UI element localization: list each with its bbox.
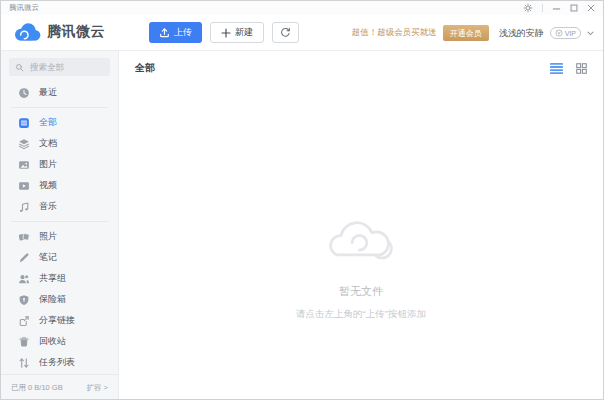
window-controls: [523, 3, 595, 13]
main-content: 全部 暂无文件 请点击左上角的“上传”按钮添加: [119, 51, 603, 400]
close-button[interactable]: [587, 4, 595, 12]
app-window: 腾讯微云 腾讯微云 上传 新建 超值！: [0, 0, 604, 400]
sidebar-divider: [11, 107, 108, 108]
sidebar-item-safebox[interactable]: 保险箱: [1, 289, 118, 310]
search-input[interactable]: [28, 61, 104, 73]
content-title: 全部: [135, 61, 155, 75]
sidebar-divider: [11, 221, 108, 222]
vip-badge[interactable]: VIP: [550, 27, 581, 39]
image-icon: [18, 159, 30, 171]
storage-used-text: 已用 0 B/10 GB: [11, 383, 63, 393]
grid-view-icon[interactable]: [576, 63, 587, 74]
new-button[interactable]: 新建: [210, 22, 264, 43]
sidebar-item-task-list[interactable]: 任务列表: [1, 352, 118, 373]
logo-text: 腾讯微云: [47, 23, 105, 41]
list-view-icon[interactable]: [550, 63, 563, 74]
search-icon: [15, 63, 24, 72]
promo-text[interactable]: 超值！超级会员买就送: [352, 27, 437, 39]
app-logo: 腾讯微云: [12, 22, 105, 42]
toolbar: 上传 新建: [149, 22, 299, 43]
sidebar-item-recent[interactable]: 最近: [1, 82, 118, 103]
storage-bar: 已用 0 B/10 GB 扩容 >: [1, 374, 118, 400]
sidebar-item-photos[interactable]: 照片: [1, 226, 118, 247]
sort-icon: [18, 357, 30, 369]
content-header: 全部: [119, 51, 603, 75]
settings-gear-icon[interactable]: [523, 3, 533, 13]
trash-icon: [18, 336, 30, 348]
sidebar-item-docs[interactable]: 文档: [1, 133, 118, 154]
open-membership-button[interactable]: 开通会员: [443, 25, 489, 41]
sidebar-item-pictures[interactable]: 图片: [1, 154, 118, 175]
view-toggles: [550, 63, 587, 74]
account-area: 超值！超级会员买就送 开通会员 浅浅的安静 VIP: [352, 15, 594, 51]
sidebar-item-all[interactable]: 全部: [1, 112, 118, 133]
sidebar-item-notes[interactable]: 笔记: [1, 247, 118, 268]
upload-icon: [159, 27, 170, 38]
refresh-icon: [280, 27, 291, 38]
empty-cloud-icon: [319, 206, 403, 268]
window-title: 腾讯微云: [9, 3, 39, 13]
new-button-label: 新建: [235, 26, 253, 39]
sidebar-item-share-links[interactable]: 分享链接: [1, 310, 118, 331]
app-body: 最近 全部 文档 图片 视频 音乐 照片 笔记 共享组 保险箱 分享链接 回收站…: [1, 51, 603, 400]
empty-state-title: 暂无文件: [339, 284, 383, 299]
refresh-button[interactable]: [272, 22, 299, 43]
clock-icon: [18, 87, 30, 99]
sidebar-nav: 最近 全部 文档 图片 视频 音乐 照片 笔记 共享组 保险箱 分享链接 回收站…: [1, 80, 118, 373]
pen-icon: [18, 252, 30, 264]
search-box: [9, 58, 110, 76]
username[interactable]: 浅浅的安静: [499, 27, 544, 40]
video-icon: [18, 180, 30, 192]
sidebar-item-videos[interactable]: 视频: [1, 175, 118, 196]
upload-button-label: 上传: [174, 26, 192, 39]
all-files-icon: [18, 117, 30, 129]
titlebar: 腾讯微云: [1, 1, 603, 15]
photos-icon: [18, 231, 30, 243]
empty-state-hint: 请点击左上角的“上传”按钮添加: [296, 308, 426, 321]
expand-storage-link[interactable]: 扩容 >: [87, 383, 108, 393]
plus-icon: [221, 28, 231, 38]
shield-icon: [18, 294, 30, 306]
sidebar-item-music[interactable]: 音乐: [1, 196, 118, 217]
upload-button[interactable]: 上传: [149, 22, 202, 43]
topbar: 腾讯微云 上传 新建 超值！超级会员买就送 开通会员 浅浅的安静 VIP: [1, 15, 603, 51]
divider: [542, 4, 543, 12]
sidebar: 最近 全部 文档 图片 视频 音乐 照片 笔记 共享组 保险箱 分享链接 回收站…: [1, 51, 119, 400]
sidebar-item-recycle-bin[interactable]: 回收站: [1, 331, 118, 352]
share-link-icon: [18, 315, 30, 327]
layers-icon: [18, 138, 30, 150]
vip-badge-label: VIP: [565, 30, 576, 37]
sidebar-item-share-group[interactable]: 共享组: [1, 268, 118, 289]
music-icon: [18, 201, 30, 213]
chevron-down-icon[interactable]: [587, 31, 594, 36]
people-icon: [18, 273, 30, 285]
empty-state: 暂无文件 请点击左上角的“上传”按钮添加: [119, 206, 603, 321]
vip-circle-icon: [555, 29, 563, 37]
minimize-button[interactable]: [552, 4, 561, 13]
maximize-button[interactable]: [570, 4, 578, 12]
cloud-logo-icon: [12, 22, 42, 42]
